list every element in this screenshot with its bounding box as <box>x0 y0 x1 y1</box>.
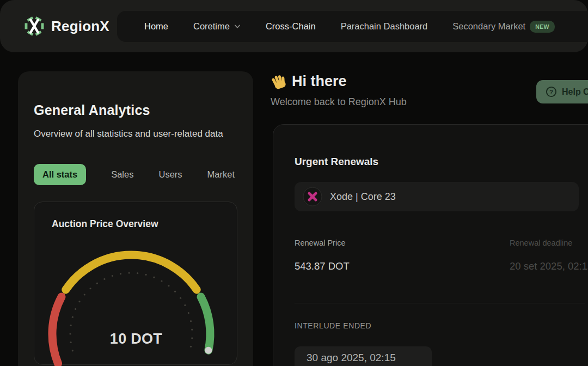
analytics-tabs: All stats Sales Users Market <box>34 163 237 186</box>
tab-sales[interactable]: Sales <box>111 169 133 180</box>
renewal-price-value: 543.87 DOT <box>295 260 510 272</box>
nav-item-coretime[interactable]: Coretime <box>193 21 241 32</box>
renewal-item-xode[interactable]: Xode | Core 23 <box>295 182 579 211</box>
regionx-logo-icon <box>23 15 46 38</box>
chevron-down-icon <box>234 25 241 29</box>
nav-item-secondary-market[interactable]: Secondary Market NEW <box>452 21 555 33</box>
help-center-button[interactable]: ? Help Center <box>536 80 588 103</box>
renewal-labels-row: Renewal Price Renewal deadline <box>295 239 588 247</box>
nav-label: Secondary Market <box>452 21 525 32</box>
brand-name: RegionX <box>51 18 109 35</box>
xode-project-icon <box>303 187 322 206</box>
tab-market[interactable]: Market <box>207 169 235 180</box>
interlude-time: 30 ago 2025, 02:15 <box>295 346 432 366</box>
renewals-title: Urgent Renewals <box>295 156 588 168</box>
divider <box>295 303 585 303</box>
nav-label: Home <box>144 21 168 32</box>
interlude-label: INTERLUDE ENDED <box>295 321 588 330</box>
tab-users[interactable]: Users <box>158 169 182 180</box>
waving-hand-icon <box>271 74 287 90</box>
tab-all-stats[interactable]: All stats <box>34 164 86 185</box>
main-nav: Home Coretime Cross-Chain Parachain Dash… <box>117 11 588 42</box>
greeting: Hi there Welcome back to RegionX Hub <box>271 73 407 108</box>
greeting-subtitle: Welcome back to RegionX Hub <box>271 96 407 108</box>
renewal-item-name: Xode | Core 23 <box>330 191 396 203</box>
renewal-deadline-value: 20 set 2025, 02:15 <box>510 260 588 272</box>
svg-text:?: ? <box>549 89 553 95</box>
brand-logo[interactable]: RegionX <box>23 15 109 38</box>
nav-item-home[interactable]: Home <box>144 21 168 32</box>
question-circle-icon: ? <box>546 86 557 97</box>
nav-label: Parachain Dashboard <box>341 21 428 32</box>
gauge-value: 10 DOT <box>34 331 238 347</box>
auction-price-card: Auction Price Overview 10 DOT <box>34 202 237 365</box>
new-badge: NEW <box>530 21 555 33</box>
analytics-panel: General Analytics Overview of all statis… <box>18 71 253 366</box>
renewal-price-label: Renewal Price <box>295 239 510 247</box>
panel-title: General Analytics <box>34 102 237 118</box>
auction-card-title: Auction Price Overview <box>52 218 237 230</box>
nav-label: Cross-Chain <box>266 21 316 32</box>
nav-label: Coretime <box>193 21 230 32</box>
nav-item-cross-chain[interactable]: Cross-Chain <box>266 21 316 32</box>
top-navbar: RegionX Home Coretime Cross-Chain Parach… <box>0 0 588 52</box>
greeting-title: Hi there <box>271 73 407 90</box>
nav-item-parachain-dashboard[interactable]: Parachain Dashboard <box>341 21 428 32</box>
help-button-label: Help Center <box>562 87 588 97</box>
renewal-values-row: 543.87 DOT 20 set 2025, 02:15 <box>295 260 588 272</box>
renewal-deadline-label: Renewal deadline <box>510 239 572 247</box>
urgent-renewals-card: Urgent Renewals Xode | Core 23 Renewal P… <box>273 124 588 366</box>
greeting-text: Hi there <box>292 73 347 90</box>
panel-subtitle: Overview of all statistics and user-rela… <box>34 128 236 141</box>
